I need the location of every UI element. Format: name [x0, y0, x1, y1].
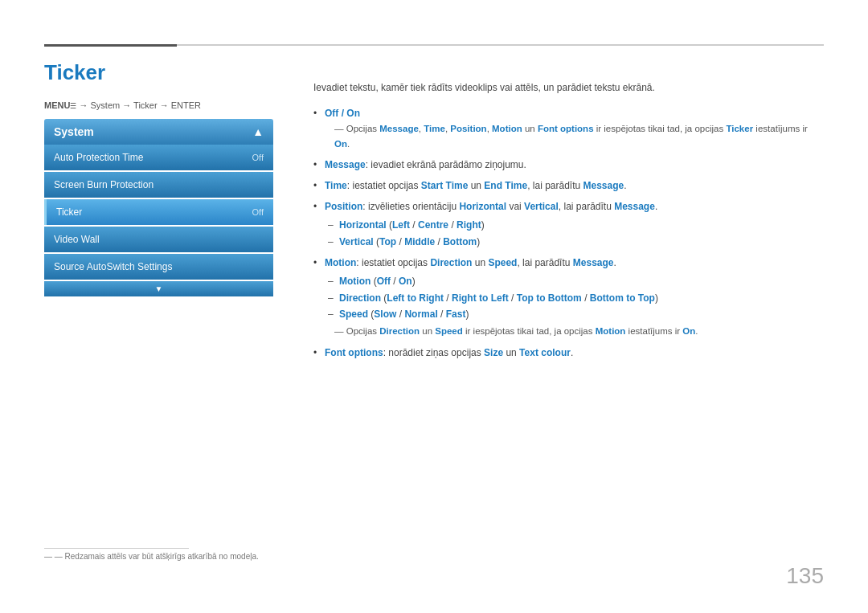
font-options-period: .: [571, 347, 573, 358]
bullet-list: Off / On — Opcijas Message, Time, Positi…: [313, 106, 824, 361]
bottom-divider: [44, 548, 189, 549]
motion-text: : iestatiet opcijas: [356, 257, 430, 268]
menu-item-auto-protection[interactable]: Auto Protection Time Off: [44, 145, 273, 170]
panel-arrow-up-icon: ▲: [252, 125, 264, 138]
vertical-middle: Middle: [404, 236, 435, 247]
bullet-motion: Motion: iestatiet opcijas Direction un S…: [313, 255, 824, 340]
horizontal-centre: Centre: [418, 219, 448, 231]
top-border-accent: [44, 44, 177, 47]
bottom-note-text: — Redzamais attēls var būt atšķirīgs atk…: [55, 552, 259, 561]
bullet-message: Message: ievadiet ekrānā parādāmo ziņoju…: [313, 157, 824, 173]
motion-close: ): [412, 276, 416, 287]
menu-icon: MENU: [44, 100, 70, 110]
motion-subnote-direction-ref: Direction: [379, 326, 420, 336]
off-on-ticker-ref: Ticker: [726, 124, 753, 133]
motion-subnote-speed-ref: Speed: [435, 326, 463, 336]
menu-item-screen-burn-label: Screen Burn Protection: [54, 179, 154, 190]
off-on-label: Off / On: [325, 108, 360, 119]
menu-item-video-wall-label: Video Wall: [54, 234, 100, 245]
position-label: Position: [325, 201, 362, 212]
system-panel-title: System: [54, 125, 94, 138]
menu-item-screen-burn[interactable]: Screen Burn Protection: [44, 172, 273, 198]
horizontal-sep1: /: [410, 219, 418, 231]
menu-path-text: → System → Ticker → ENTER: [79, 100, 201, 110]
motion-on: On: [399, 276, 412, 287]
motion-sub-list: Motion (Off / On) Direction (Left to Rig…: [325, 273, 824, 322]
motion-sub-label: Motion: [339, 276, 371, 287]
menu-path: MENU☰ → System → Ticker → ENTER: [44, 100, 201, 110]
message-label: Message: [325, 159, 366, 170]
motion-sep1: /: [391, 276, 399, 287]
off-on-on-ref: On: [334, 139, 347, 149]
motion-subnote: — Opcijas Direction un Speed ir iespējot…: [325, 324, 698, 338]
speed-sep1: /: [396, 309, 404, 320]
time-end-ref: End Time: [484, 180, 527, 191]
motion-period: .: [614, 257, 616, 268]
motion-text2: un: [472, 257, 488, 268]
time-label: Time: [325, 180, 347, 191]
time-period: .: [624, 180, 626, 191]
motion-speed-ref: Speed: [488, 257, 517, 268]
direction-sep2: /: [509, 292, 517, 304]
time-start-ref: Start Time: [421, 180, 468, 191]
horizontal-left: Left: [392, 219, 410, 231]
motion-text3: , lai parādītu: [517, 257, 572, 268]
position-sub-list: Horizontal (Left / Centre / Right) Verti…: [325, 217, 824, 250]
off-on-motion-ref: Motion: [492, 124, 522, 133]
speed-normal: Normal: [404, 309, 437, 320]
speed-close: ): [465, 309, 469, 320]
direction-ltr: Left to Right: [387, 292, 444, 304]
off-on-subnote: — Opcijas Message, Time, Position, Motio…: [325, 121, 824, 151]
bullet-time: Time: iestatiet opcijas Start Time un En…: [313, 178, 824, 194]
motion-message-ref: Message: [573, 257, 614, 268]
horizontal-close: ): [481, 219, 485, 231]
bullet-font-options: Font options: norādiet ziņas opcijas Siz…: [313, 345, 824, 361]
font-size-ref: Size: [484, 347, 503, 358]
vertical-bottom: Bottom: [443, 236, 477, 247]
font-options-text2: un: [503, 347, 519, 358]
motion-sub-speed: Speed (Slow / Normal / Fast): [325, 306, 824, 322]
horizontal-label: Horizontal: [339, 219, 387, 231]
horizontal-right: Right: [457, 219, 481, 231]
font-options-text: : norādiet ziņas opcijas: [383, 347, 484, 358]
position-sub-vertical: Vertical (Top / Middle / Bottom): [325, 234, 824, 250]
vertical-label: Vertical: [339, 236, 374, 247]
horizontal-text: (: [387, 219, 392, 231]
motion-sub-direction: Direction (Left to Right / Right to Left…: [325, 290, 824, 306]
speed-fast: Fast: [446, 309, 466, 320]
direction-sep3: /: [582, 292, 590, 304]
menu-item-video-wall[interactable]: Video Wall: [44, 227, 273, 252]
position-sub-horizontal: Horizontal (Left / Centre / Right): [325, 217, 824, 233]
direction-sep1: /: [444, 292, 452, 304]
panel-arrow-down[interactable]: ▼: [44, 281, 273, 296]
motion-label: Motion: [325, 257, 356, 268]
content-area: Ievadiet tekstu, kamēr tiek rādīts video…: [313, 80, 824, 366]
font-colour-ref: Text colour: [519, 347, 571, 358]
menu-item-ticker-label: Ticker: [56, 206, 82, 218]
position-period: .: [655, 201, 657, 212]
time-message-ref: Message: [583, 180, 624, 191]
time-text: : iestatiet opcijas: [347, 180, 421, 191]
page-title: Ticker: [44, 60, 105, 85]
vertical-text: (: [374, 236, 379, 247]
off-on-font-ref: Font options: [538, 124, 594, 133]
motion-sub-text: (: [371, 276, 376, 287]
time-text3: , lai parādītu: [527, 180, 583, 191]
off-on-position-ref: Position: [450, 124, 486, 133]
motion-off: Off: [377, 276, 391, 287]
menu-item-source-autoswitch[interactable]: Source AutoSwitch Settings: [44, 254, 273, 280]
bullet-off-on: Off / On — Opcijas Message, Time, Positi…: [313, 106, 824, 152]
bottom-note: — — Redzamais attēls var būt atšķirīgs a…: [44, 552, 259, 561]
motion-subnote-on-ref: On: [682, 326, 695, 336]
bottom-note-dash: —: [44, 552, 55, 561]
position-text3: , lai parādītu: [559, 201, 614, 212]
position-message-ref: Message: [614, 201, 655, 212]
system-panel-header: System ▲: [44, 119, 273, 145]
direction-ttb: Top to Bottom: [517, 292, 582, 304]
message-text: : ievadiet ekrānā parādāmo ziņojumu.: [366, 159, 526, 170]
direction-rtl: Right to Left: [452, 292, 509, 304]
menu-item-auto-protection-value: Off: [252, 153, 264, 162]
speed-slow: Slow: [374, 309, 396, 320]
page-number: 135: [786, 563, 824, 589]
menu-item-ticker[interactable]: Ticker Off: [44, 199, 273, 225]
